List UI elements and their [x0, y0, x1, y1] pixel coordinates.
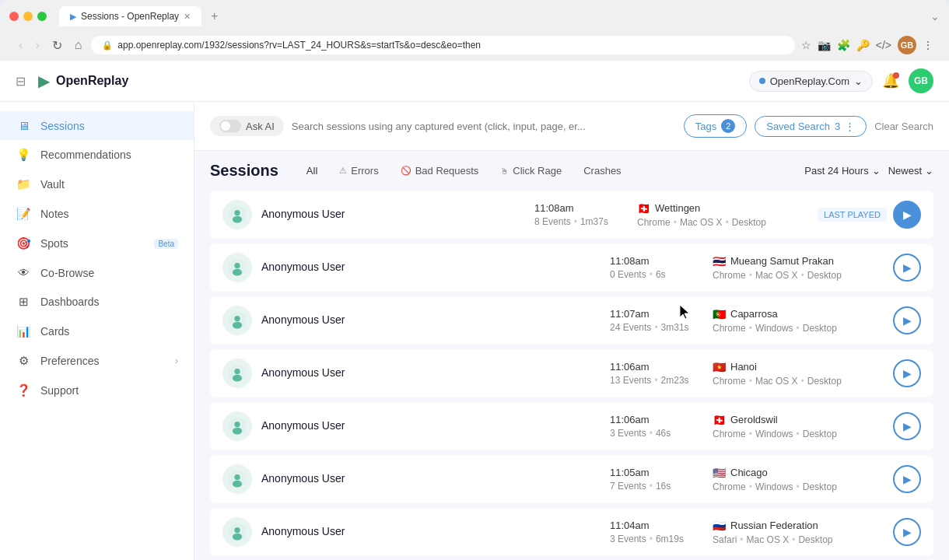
- sidebar-item-cards[interactable]: 📊 Cards: [0, 317, 194, 346]
- time-range-selector[interactable]: Past 24 Hours ⌄: [804, 165, 880, 177]
- play-button[interactable]: ▶: [893, 306, 921, 334]
- browser-more-button[interactable]: ⌄: [930, 10, 940, 23]
- session-duration: 6s: [656, 269, 666, 280]
- devtools-icon[interactable]: </>: [876, 39, 891, 51]
- session-location: 🇹🇭 Mueang Samut Prakan Chrome • Mac OS X…: [713, 255, 884, 281]
- ask-ai-toggle[interactable]: Ask AI: [210, 116, 284, 136]
- session-username: Anonymous User: [261, 472, 601, 485]
- filter-tab-click-rage[interactable]: 🖱 Click Rage: [491, 162, 571, 180]
- sidebar-item-spots[interactable]: 🎯 Spots Beta: [0, 229, 194, 258]
- session-actions: ▶: [893, 412, 921, 440]
- play-button[interactable]: ▶: [893, 518, 921, 546]
- events-separator: •: [650, 481, 653, 492]
- address-bar[interactable]: 🔒 app.openreplay.com/1932/sessions?rv=LA…: [91, 36, 794, 54]
- bookmark-icon[interactable]: ☆: [801, 39, 811, 51]
- device-type: Desktop: [803, 323, 837, 334]
- sidebar-item-cobrowse[interactable]: 👁 Co-Browse: [0, 258, 194, 287]
- city-name: Caparrosa: [730, 308, 778, 320]
- refresh-button[interactable]: ↻: [49, 37, 65, 54]
- search-input[interactable]: [292, 121, 676, 132]
- tab-close-button[interactable]: ✕: [184, 12, 191, 22]
- session-row[interactable]: Anonymous User 11:08am 0 Events • 6s 🇹🇭 …: [210, 243, 933, 292]
- session-time-block: 11:08am 8 Events • 1m37s: [534, 202, 628, 227]
- sidebar-item-dashboards[interactable]: ⊞ Dashboards: [0, 287, 194, 317]
- address-bar-row: ‹ › ↻ ⌂ 🔒 app.openreplay.com/1932/sessio…: [9, 33, 940, 61]
- tech-separator-1: •: [749, 270, 752, 281]
- sidebar-item-vault[interactable]: 📁 Vault: [0, 170, 194, 199]
- location-city: 🇷🇺 Russian Federation: [713, 520, 884, 532]
- sessions-toolbar: Sessions All ⚠ Errors 🚫 Bad Requests: [194, 151, 949, 191]
- lock-icon: 🔒: [102, 40, 113, 51]
- event-count: 24 Events: [610, 322, 651, 333]
- session-user-info: Anonymous User: [261, 472, 601, 486]
- bad-requests-icon: 🚫: [401, 166, 411, 176]
- play-button[interactable]: ▶: [893, 465, 921, 493]
- session-actions: LAST PLAYED ▶: [818, 201, 921, 229]
- session-row[interactable]: Anonymous User 11:07am 24 Events • 3m31s…: [210, 296, 933, 345]
- org-selector[interactable]: OpenReplay.Com ⌄: [749, 71, 873, 92]
- screenshot-icon[interactable]: 📷: [818, 39, 831, 51]
- sort-selector[interactable]: Newest ⌄: [888, 165, 933, 177]
- password-icon[interactable]: 🔑: [856, 39, 870, 51]
- fullscreen-traffic-light[interactable]: [37, 12, 47, 21]
- filter-tab-bad-requests[interactable]: 🚫 Bad Requests: [391, 162, 489, 180]
- search-input-wrapper: [292, 121, 676, 132]
- session-events: 24 Events • 3m31s: [610, 322, 703, 333]
- sidebar-item-sessions[interactable]: 🖥 Sessions: [0, 111, 194, 140]
- user-avatar[interactable]: GB: [909, 68, 933, 93]
- new-tab-button[interactable]: +: [205, 6, 224, 26]
- session-row[interactable]: Anonymous User 11:06am 3 Events • 46s 🇨🇭…: [210, 402, 933, 450]
- session-actions: ▶: [893, 359, 921, 387]
- sidebar-label-cobrowse: Co-Browse: [40, 267, 178, 279]
- sidebar-item-notes[interactable]: 📝 Notes: [0, 199, 194, 229]
- sidebar-label-support: Support: [40, 384, 178, 397]
- session-row[interactable]: Anonymous User 11:04am 3 Events • 6m19s …: [210, 508, 933, 556]
- session-duration: 46s: [656, 428, 671, 439]
- extensions-icon[interactable]: 🧩: [837, 39, 850, 51]
- sidebar-toggle-button[interactable]: ⊟: [16, 74, 26, 89]
- sidebar-label-notes: Notes: [40, 208, 178, 220]
- sidebar-item-preferences[interactable]: ⚙ Preferences ›: [0, 346, 194, 376]
- filter-tab-crashes[interactable]: Crashes: [574, 162, 630, 180]
- location-city: 🇻🇳 Hanoi: [713, 361, 884, 373]
- notification-button[interactable]: 🔔: [882, 72, 899, 89]
- session-actions: ▶: [893, 518, 921, 546]
- svg-point-14: [233, 428, 242, 435]
- filter-tab-all[interactable]: All: [297, 162, 327, 180]
- forward-button[interactable]: ›: [32, 37, 42, 54]
- sidebar-item-recommendations[interactable]: 💡 Recommendations: [0, 140, 194, 170]
- session-time-block: 11:06am 3 Events • 46s: [610, 414, 703, 439]
- tags-button[interactable]: Tags 2: [684, 114, 747, 138]
- svg-point-13: [234, 422, 240, 427]
- session-time-block: 11:05am 7 Events • 16s: [610, 467, 703, 492]
- session-row[interactable]: Anonymous User 11:08am 8 Events • 1m37s …: [210, 191, 933, 239]
- session-row[interactable]: Anonymous User 11:05am 7 Events • 16s 🇺🇸…: [210, 455, 933, 503]
- home-button[interactable]: ⌂: [72, 37, 86, 54]
- toolbar-right: Past 24 Hours ⌄ Newest ⌄: [804, 165, 933, 177]
- session-location: 🇷🇺 Russian Federation Safari • Mac OS X …: [713, 520, 884, 545]
- tech-separator-2: •: [797, 323, 800, 334]
- play-button[interactable]: ▶: [893, 254, 921, 282]
- filter-tab-errors[interactable]: ⚠ Errors: [330, 162, 387, 180]
- events-separator: •: [654, 375, 657, 386]
- ask-ai-label: Ask AI: [246, 121, 275, 132]
- location-tech: Chrome • Mac OS X • Desktop: [637, 217, 808, 228]
- play-button[interactable]: ▶: [893, 201, 921, 229]
- browser-name: Chrome: [713, 429, 746, 439]
- close-traffic-light[interactable]: [9, 12, 19, 21]
- clear-search-button[interactable]: Clear Search: [874, 121, 933, 132]
- session-duration: 2m23s: [661, 375, 689, 386]
- sidebar-item-support[interactable]: ❓ Support: [0, 376, 194, 405]
- session-events: 0 Events • 6s: [610, 269, 703, 280]
- browser-menu-icon[interactable]: ⋮: [923, 39, 933, 51]
- tech-separator-1: •: [749, 376, 752, 387]
- play-button[interactable]: ▶: [893, 359, 921, 387]
- active-tab[interactable]: ▶ Sessions - OpenReplay ✕: [59, 6, 201, 26]
- play-button[interactable]: ▶: [893, 412, 921, 440]
- minimize-traffic-light[interactable]: [23, 12, 33, 21]
- browser-user-avatar[interactable]: GB: [898, 36, 916, 54]
- country-flag-icon: 🇻🇳: [713, 361, 726, 373]
- session-row[interactable]: Anonymous User 11:06am 13 Events • 2m23s…: [210, 349, 933, 397]
- saved-search-button[interactable]: Saved Search 3 ⋮: [755, 116, 867, 137]
- back-button[interactable]: ‹: [16, 37, 26, 54]
